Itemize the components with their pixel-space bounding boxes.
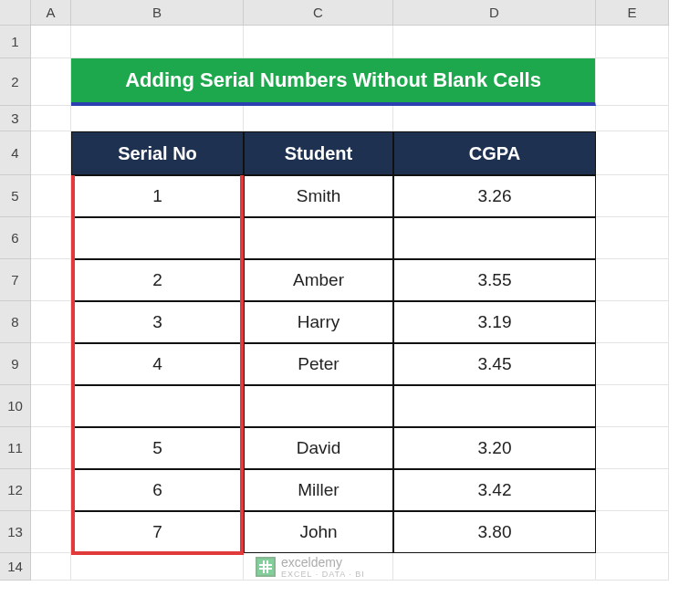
row-header-14[interactable]: 14 — [0, 553, 31, 581]
table-row[interactable]: 3.55 — [393, 259, 596, 301]
row-header-12[interactable]: 12 — [0, 469, 31, 511]
cell-A12[interactable] — [31, 469, 71, 511]
col-header-B[interactable]: B — [71, 0, 244, 26]
cell-E6[interactable] — [596, 217, 669, 259]
table-row[interactable] — [244, 385, 393, 427]
cell-C1[interactable] — [244, 26, 393, 58]
cell-D3[interactable] — [393, 106, 596, 131]
row-header-7[interactable]: 7 — [0, 259, 31, 301]
table-row[interactable] — [244, 217, 393, 259]
row-header-3[interactable]: 3 — [0, 106, 31, 131]
table-row[interactable]: 2 — [71, 259, 244, 301]
table-header-serial[interactable]: Serial No — [71, 131, 244, 175]
row-header-10[interactable]: 10 — [0, 385, 31, 427]
cell-E2[interactable] — [596, 58, 669, 106]
row-header-11[interactable]: 11 — [0, 427, 31, 469]
title-cell[interactable]: Adding Serial Numbers Without Blank Cell… — [71, 58, 596, 106]
table-row[interactable] — [71, 217, 244, 259]
cell-A4[interactable] — [31, 131, 71, 175]
table-row[interactable]: 3.19 — [393, 301, 596, 343]
cell-E7[interactable] — [596, 259, 669, 301]
table-row[interactable] — [71, 385, 244, 427]
table-header-cgpa[interactable]: CGPA — [393, 131, 596, 175]
cell-D14[interactable] — [393, 553, 596, 581]
cell-E11[interactable] — [596, 427, 669, 469]
table-row[interactable]: 7 — [71, 511, 244, 553]
table-row[interactable]: Smith — [244, 175, 393, 217]
table-header-student[interactable]: Student — [244, 131, 393, 175]
table-row[interactable]: 5 — [71, 427, 244, 469]
cell-E14[interactable] — [596, 553, 669, 581]
row-header-1[interactable]: 1 — [0, 26, 31, 58]
cell-E13[interactable] — [596, 511, 669, 553]
watermark-sub: EXCEL · DATA · BI — [281, 570, 365, 579]
cell-E1[interactable] — [596, 26, 669, 58]
cell-B3[interactable] — [71, 106, 244, 131]
table-row[interactable]: 3.20 — [393, 427, 596, 469]
table-row[interactable]: John — [244, 511, 393, 553]
table-row[interactable] — [393, 385, 596, 427]
cell-D1[interactable] — [393, 26, 596, 58]
cell-A10[interactable] — [31, 385, 71, 427]
table-row[interactable]: 4 — [71, 343, 244, 385]
cell-E12[interactable] — [596, 469, 669, 511]
row-header-6[interactable]: 6 — [0, 217, 31, 259]
watermark-name: exceldemy — [281, 555, 365, 570]
exceldemy-icon — [256, 557, 276, 577]
table-row[interactable]: David — [244, 427, 393, 469]
cell-B14[interactable] — [71, 553, 244, 581]
col-header-E[interactable]: E — [596, 0, 669, 26]
table-row[interactable]: 3.80 — [393, 511, 596, 553]
table-row[interactable]: 3.42 — [393, 469, 596, 511]
cell-A2[interactable] — [31, 58, 71, 106]
cell-A14[interactable] — [31, 553, 71, 581]
cell-E10[interactable] — [596, 385, 669, 427]
row-header-13[interactable]: 13 — [0, 511, 31, 553]
cell-A11[interactable] — [31, 427, 71, 469]
cell-C3[interactable] — [244, 106, 393, 131]
table-row[interactable]: 3.45 — [393, 343, 596, 385]
cell-A7[interactable] — [31, 259, 71, 301]
cell-E9[interactable] — [596, 343, 669, 385]
col-header-A[interactable]: A — [31, 0, 71, 26]
cell-A8[interactable] — [31, 301, 71, 343]
watermark: exceldemy EXCEL · DATA · BI — [256, 555, 365, 579]
table-row[interactable]: 3.26 — [393, 175, 596, 217]
row-header-5[interactable]: 5 — [0, 175, 31, 217]
cell-A13[interactable] — [31, 511, 71, 553]
table-row[interactable]: 3 — [71, 301, 244, 343]
cell-A5[interactable] — [31, 175, 71, 217]
spreadsheet-grid: A B C D E 1 2 Adding Serial Numbers With… — [0, 0, 700, 581]
cell-A6[interactable] — [31, 217, 71, 259]
table-row[interactable] — [393, 217, 596, 259]
table-row[interactable]: Peter — [244, 343, 393, 385]
table-row[interactable]: Harry — [244, 301, 393, 343]
table-row[interactable]: 1 — [71, 175, 244, 217]
table-row[interactable]: Miller — [244, 469, 393, 511]
col-header-D[interactable]: D — [393, 0, 596, 26]
row-header-8[interactable]: 8 — [0, 301, 31, 343]
cell-E8[interactable] — [596, 301, 669, 343]
cell-E4[interactable] — [596, 131, 669, 175]
row-header-9[interactable]: 9 — [0, 343, 31, 385]
row-header-4[interactable]: 4 — [0, 131, 31, 175]
cell-A1[interactable] — [31, 26, 71, 58]
select-all-corner[interactable] — [0, 0, 31, 26]
cell-E3[interactable] — [596, 106, 669, 131]
table-row[interactable]: 6 — [71, 469, 244, 511]
table-row[interactable]: Amber — [244, 259, 393, 301]
cell-A9[interactable] — [31, 343, 71, 385]
cell-E5[interactable] — [596, 175, 669, 217]
cell-A3[interactable] — [31, 106, 71, 131]
col-header-C[interactable]: C — [244, 0, 393, 26]
row-header-2[interactable]: 2 — [0, 58, 31, 106]
cell-B1[interactable] — [71, 26, 244, 58]
